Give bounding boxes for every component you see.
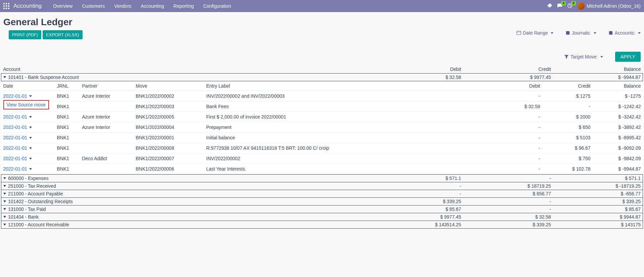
line-partner: Azure Interior [80,122,134,133]
view-source-move-popover[interactable]: View Source move [3,100,49,109]
line-move: BNK1/2022/00002 [134,91,204,101]
line-label: R:9772938 10/07 AX 9415116318 T:5 BRT: 1… [204,143,492,153]
line-label: Bank Fees [204,101,492,112]
caret-down-icon [3,177,6,179]
line-label: Prepayment [204,122,492,133]
nav-vendors[interactable]: Vendors [110,1,135,11]
apps-icon[interactable] [3,3,9,9]
bug-icon[interactable] [547,3,552,9]
line-partner [80,143,134,153]
line-date-dropdown[interactable]: 2022-01-01 View Source move [3,156,32,161]
chevron-down-icon [29,168,32,170]
line-date-dropdown[interactable]: 2022-01-01 View Source move [3,125,32,130]
line-credit: $ 750 [542,153,593,164]
line-date-dropdown[interactable]: 2022-01-01 View Source move [3,93,32,99]
account-row[interactable]: 600000 - Expenses $ 571.1 - $ 571.1 [1,175,643,182]
line-debit: - [492,133,542,143]
line-date-dropdown[interactable]: 2022-01-01 View Source move [3,114,32,120]
line-date-dropdown[interactable]: 2022-01-01 View Source move [3,145,32,151]
nav-reporting[interactable]: Reporting [169,1,198,11]
account-credit: - [463,205,553,213]
nav-accounting[interactable]: Accounting [137,1,168,11]
line-jrnl: BNK1 [55,133,80,143]
line-partner: Azure Interior [80,112,134,122]
line-balance: $ -9944.87 [593,164,643,174]
line-date-dropdown[interactable]: 2022-01-01 View Source move [3,166,32,172]
line-partner [80,164,134,174]
caret-down-icon [3,216,6,218]
ledger-line: 2022-01-01 View Source move BNK1 BNK1/20… [1,133,643,143]
col-jrnl: JRNL [55,81,80,91]
line-move: BNK1/2022/00006 [134,164,204,174]
filter-target-move[interactable]: Target Move: [564,54,603,59]
col-move: Move [134,81,204,91]
line-date-dropdown[interactable]: 2022-01-01 View Source move [3,135,32,140]
app-brand[interactable]: Accounting [13,3,42,9]
account-row[interactable]: 131000 - Tax Paid $ 85.67 - $ 85.67 [1,205,643,213]
chevron-down-icon [594,32,596,34]
line-balance: $ -9092.09 [593,143,643,153]
line-label: INV/2022/00002 [204,153,492,164]
nav-configuration[interactable]: Configuration [199,1,235,11]
svg-rect-5 [8,5,9,7]
account-row[interactable]: 251000 - Tax Received - $ 18719.25 $ -18… [1,182,643,190]
chevron-down-icon [29,158,32,159]
filter-date-range-label: Date Range [523,30,548,36]
line-date: 2022-01-01 [3,135,28,140]
ledger-line: 2022-01-01 View Source move BNK1 Azure I… [1,112,643,122]
line-debit: - [492,164,542,174]
apply-button[interactable]: APPLY [615,52,641,62]
ledger-line: 2022-01-01 View Source move BNK1 BNK1/20… [1,143,643,153]
account-credit: - [463,175,553,182]
line-balance: $ -3892.42 [593,122,643,133]
messages-icon[interactable]: 4 [557,3,562,9]
svg-rect-8 [8,8,9,9]
nav-customers[interactable]: Customers [78,1,109,11]
line-date: 2022-01-01 [3,93,28,99]
username: Mitchell Admin (Odoo_16) [587,3,641,9]
account-row[interactable]: 121000 - Account Receivable $ 143514.25 … [1,221,643,229]
account-balance: $ -656.77 [553,190,643,198]
col-account: Account [1,65,374,74]
col-date: Date [1,81,55,91]
account-row[interactable]: 101401 - Bank Suspense Account $ 32.58 $… [1,74,643,81]
ledger-line: 2022-01-01 View Source move BNK1 BNK1/20… [1,101,643,112]
caret-down-icon [3,76,6,78]
line-move: BNK1/2022/00008 [134,143,204,153]
filter-journals[interactable]: Journals: [565,30,596,36]
line-balance: $ -8995.42 [593,133,643,143]
line-debit: - [492,143,542,153]
activity-icon[interactable]: 8 [567,3,573,9]
account-balance: $ 85.67 [553,205,643,213]
export-xlsx-button[interactable]: EXPORT (XLSX) [43,30,83,39]
account-credit: $ 18719.25 [463,182,553,190]
filter-target-move-label: Target Move: [571,54,598,59]
user-menu[interactable]: Mitchell Admin (Odoo_16) [577,2,641,10]
account-row[interactable]: 101404 - Bank $ 9977.45 $ 32.58 $ 9944.8… [1,213,643,221]
line-jrnl: BNK1 [55,153,80,164]
line-debit: - [492,112,542,122]
line-credit: - [542,101,593,112]
svg-rect-2 [8,3,9,4]
line-date: 2022-01-01 [3,114,28,120]
account-credit: $ 32.58 [463,213,553,221]
print-pdf-button[interactable]: PRINT (PDF) [9,30,41,39]
line-date: 2022-01-01 [3,166,28,172]
line-jrnl: BNK1 [55,143,80,153]
svg-rect-4 [6,5,7,7]
account-row[interactable]: 101402 - Outstanding Receipts $ 339.25 -… [1,198,643,205]
filter-accounts[interactable]: Accounts: [608,30,641,36]
ledger-line: 2022-01-01 View Source move BNK1 BNK1/20… [1,164,643,174]
nav-overview[interactable]: Overview [49,1,77,11]
line-debit: $ 32.58 [492,101,542,112]
filter-date-range[interactable]: Date Range [516,30,553,36]
caret-down-icon [3,208,6,210]
line-jrnl: BNK1 [55,122,80,133]
account-row[interactable]: 211000 - Account Payable - $ 656.77 $ -6… [1,190,643,198]
line-debit: - [492,153,542,164]
account-debit: $ 32.58 [373,74,463,81]
chevron-down-icon [29,147,32,149]
account-name: 251000 - Tax Received [8,183,56,189]
chevron-down-icon [29,127,32,128]
col-line-credit: Credit [542,81,593,91]
